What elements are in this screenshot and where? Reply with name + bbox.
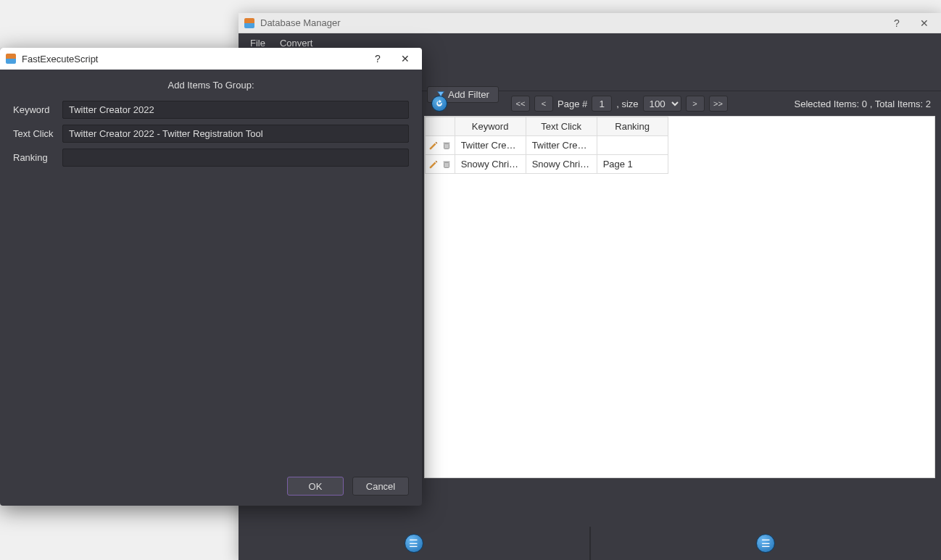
list-view-button-left[interactable]: ☰ [405, 534, 423, 553]
app-icon [6, 54, 16, 64]
desktop-bg-top [0, 0, 941, 13]
app-icon [244, 18, 254, 28]
ok-button[interactable]: OK [287, 477, 344, 496]
dlg-heading: Add Items To Group: [13, 80, 409, 91]
col-ranking[interactable]: Ranking [597, 117, 668, 136]
cell-keyword: Twitter Creat... [455, 136, 526, 155]
svg-rect-3 [443, 162, 449, 163]
svg-rect-2 [444, 163, 449, 168]
dbm-bottom-bar: ☰ ☰ [239, 527, 941, 560]
selection-info: Selected Items: 0 , Total Items: 2 [795, 99, 935, 109]
textclick-label: Text Click [13, 128, 57, 139]
list-view-button-right[interactable]: ☰ [756, 534, 775, 553]
edit-icon[interactable] [428, 159, 439, 170]
pager-last[interactable]: >> [709, 96, 728, 112]
list-icon: ☰ [409, 538, 418, 548]
textclick-input[interactable] [62, 125, 409, 143]
pager: << < Page # , size 100 > >> [511, 96, 728, 112]
pager-size-label: , size [616, 99, 638, 109]
ranking-label: Ranking [13, 152, 57, 163]
edit-icon[interactable] [428, 141, 439, 151]
fast-execute-script-dialog: FastExecuteScript ? ✕ Add Items To Group… [0, 48, 422, 506]
cell-text-click: Twitter Creat... [526, 136, 597, 155]
keyword-input[interactable] [62, 101, 409, 119]
col-text-click[interactable]: Text Click [526, 117, 597, 136]
cell-ranking [597, 136, 668, 155]
pager-page-label: Page # [557, 99, 587, 109]
dbm-titlebar[interactable]: Database Manager ? ✕ [239, 13, 941, 33]
dbm-close-button[interactable]: ✕ [911, 14, 938, 33]
pager-next[interactable]: > [686, 96, 705, 112]
pager-size-select[interactable]: 100 [643, 96, 681, 112]
cancel-button[interactable]: Cancel [352, 477, 409, 496]
dlg-title: FastExecuteScript [22, 54, 364, 64]
table-row[interactable]: Snowy Christ... Snowy Christ... Page 1 [426, 155, 668, 174]
table-row[interactable]: Twitter Creat... Twitter Creat... [426, 136, 668, 155]
dbm-help-button[interactable]: ? [883, 14, 911, 33]
pager-first[interactable]: << [511, 96, 530, 112]
add-filter-label: Add Filter [448, 89, 489, 100]
dbm-title: Database Manager [260, 17, 883, 28]
keyword-label: Keyword [13, 104, 57, 115]
delete-icon[interactable] [442, 141, 452, 151]
dlg-body: Add Items To Group: Keyword Text Click R… [0, 70, 422, 180]
pager-prev[interactable]: < [534, 96, 553, 112]
cell-text-click: Snowy Christ... [526, 155, 597, 174]
cell-keyword: Snowy Christ... [455, 155, 526, 174]
dlg-titlebar[interactable]: FastExecuteScript ? ✕ [0, 48, 422, 70]
delete-icon[interactable] [442, 159, 452, 170]
ranking-input[interactable] [62, 149, 409, 167]
svg-rect-0 [444, 144, 449, 149]
dlg-help-button[interactable]: ? [364, 49, 391, 68]
dlg-close-button[interactable]: ✕ [391, 49, 419, 68]
svg-rect-1 [443, 143, 449, 144]
pager-page-input[interactable] [592, 96, 612, 112]
dbm-grid: Keyword Text Click Ranking Twitter Creat… [424, 116, 935, 478]
refresh-button[interactable] [431, 96, 447, 112]
cell-ranking: Page 1 [597, 155, 668, 174]
col-keyword[interactable]: Keyword [455, 117, 526, 136]
list-icon: ☰ [761, 538, 771, 548]
